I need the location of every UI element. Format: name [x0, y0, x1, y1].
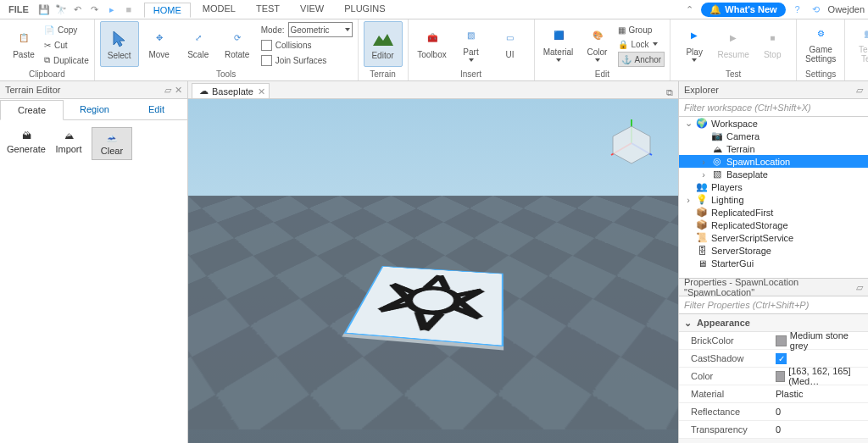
category-appearance[interactable]: ⌄Appearance — [679, 314, 868, 332]
undock-icon[interactable]: ▱ — [164, 85, 171, 96]
binoculars-icon[interactable]: 🔭 — [54, 3, 68, 16]
chevron-down-icon — [653, 42, 658, 46]
clear-tool[interactable]: 🗻Clear — [92, 127, 132, 160]
rotate-button[interactable]: ⟳Rotate — [219, 21, 256, 65]
join-surfaces-checkbox[interactable]: Join Surfaces — [261, 53, 353, 67]
expand-icon[interactable]: › — [684, 195, 693, 205]
play-qat-icon[interactable]: ▸ — [105, 3, 119, 16]
tree-node-serverscriptservice[interactable]: 📜ServerScriptService — [679, 231, 868, 244]
team-test-button[interactable]: 👥Team Test — [850, 21, 868, 65]
tree-node-serverstorage[interactable]: 🗄ServerStorage — [679, 244, 868, 257]
expand-icon[interactable]: › — [699, 157, 708, 167]
explorer-tree[interactable]: ⌄🌍Workspace📷Camera⛰Terrain›◎SpawnLocatio… — [679, 117, 868, 278]
stop-button[interactable]: ■Stop — [754, 21, 791, 65]
tab-create[interactable]: Create — [0, 100, 64, 120]
close-icon[interactable]: ✕ — [175, 85, 182, 96]
tree-node-startergui[interactable]: 🖥StarterGui — [679, 257, 868, 269]
viewport-3d[interactable] — [188, 99, 678, 443]
generate-tool[interactable]: 🏔Generate — [7, 127, 46, 160]
tree-node-replicatedstorage[interactable]: 📦ReplicatedStorage — [679, 219, 868, 231]
insert-group-label: Insert — [414, 69, 529, 80]
copy-icon: 📄 — [44, 25, 54, 35]
move-label: Move — [148, 50, 169, 59]
checkbox-checked-icon[interactable]: ✓ — [776, 353, 787, 364]
move-button[interactable]: ✥Move — [141, 21, 178, 65]
explorer-filter[interactable]: Filter workspace (Ctrl+Shift+X) — [679, 99, 868, 117]
undock-icon[interactable]: ▱ — [856, 85, 863, 96]
property-row-brickcolor[interactable]: BrickColorMedium stone grey — [679, 332, 868, 350]
terrain-editor-button[interactable]: Editor — [364, 21, 403, 67]
tab-test[interactable]: TEST — [248, 2, 288, 17]
username-label[interactable]: Owejden — [828, 4, 865, 14]
file-menu[interactable]: FILE — [3, 3, 34, 16]
category-data[interactable]: ⌄Data — [679, 439, 868, 443]
property-row-castshadow[interactable]: CastShadow✓ — [679, 350, 868, 368]
lock-button[interactable]: 🔒Lock — [618, 37, 665, 51]
property-row-reflectance[interactable]: Reflectance0 — [679, 403, 868, 421]
collapse-ribbon-icon[interactable]: ⌃ — [682, 3, 696, 16]
tree-node-spawnlocation[interactable]: ›◎SpawnLocation — [679, 155, 868, 168]
material-button[interactable]: 🟦Material — [540, 21, 577, 65]
properties-panel: ⌄Appearance BrickColorMedium stone greyC… — [679, 314, 868, 443]
play-button[interactable]: ▶Play — [676, 21, 713, 65]
tree-node-terrain[interactable]: ⛰Terrain — [679, 142, 868, 155]
close-icon[interactable]: ✕ — [258, 86, 265, 97]
doc-tab-baseplate[interactable]: ☁Baseplate✕ — [192, 83, 270, 98]
properties-filter[interactable]: Filter Properties (Ctrl+Shift+P) — [679, 296, 868, 314]
tab-model[interactable]: MODEL — [194, 2, 244, 17]
help-icon[interactable]: ? — [791, 3, 804, 16]
anchor-button[interactable]: ⚓Anchor — [618, 52, 665, 67]
redo-icon[interactable]: ↷ — [88, 3, 102, 16]
ui-button[interactable]: ▭UI — [492, 21, 529, 65]
cut-button[interactable]: ✂Cut — [44, 38, 89, 52]
part-button[interactable]: ▧Part — [453, 21, 490, 65]
collisions-checkbox[interactable]: Collisions — [261, 38, 353, 52]
scale-button[interactable]: ⤢Scale — [180, 21, 217, 65]
toolbox-button[interactable]: 🧰Toolbox — [414, 21, 451, 65]
expand-icon[interactable]: ⌄ — [684, 118, 693, 129]
tab-region[interactable]: Region — [64, 99, 125, 119]
property-row-material[interactable]: MaterialPlastic — [679, 385, 868, 403]
resume-button[interactable]: ▶Resume — [715, 21, 752, 65]
center-pane: ☁Baseplate✕ ⧉ — [188, 81, 678, 443]
property-row-color[interactable]: Color[163, 162, 165] (Med… — [679, 368, 868, 385]
chevron-down-icon — [692, 58, 697, 62]
tree-node-lighting[interactable]: ›💡Lighting — [679, 193, 868, 206]
stop-qat-icon[interactable]: ■ — [122, 3, 136, 16]
duplicate-button[interactable]: ⧉Duplicate — [44, 53, 89, 67]
ui-icon: ▭ — [500, 28, 520, 48]
whats-new-button[interactable]: 🔔What's New — [701, 3, 785, 17]
game-settings-button[interactable]: ⚙Game Settings — [802, 21, 839, 65]
copy-label: Copy — [58, 25, 77, 35]
terrain-editor-title: Terrain Editor ▱ ✕ — [0, 81, 187, 99]
tab-plugins[interactable]: PLUGINS — [336, 2, 393, 17]
checkbox-icon — [261, 40, 272, 51]
property-row-transparency[interactable]: Transparency0 — [679, 421, 868, 439]
copy-button[interactable]: 📄Copy — [44, 23, 89, 36]
share-icon[interactable]: ⟲ — [810, 3, 823, 16]
tab-home[interactable]: HOME — [144, 3, 191, 18]
expand-icon[interactable]: › — [699, 169, 708, 180]
tree-node-workspace[interactable]: ⌄🌍Workspace — [679, 117, 868, 130]
tab-view[interactable]: VIEW — [292, 2, 332, 17]
save-icon[interactable]: 💾 — [37, 3, 51, 16]
terrain-editor-tools: 🏔Generate ⛰Import 🗻Clear — [0, 120, 187, 167]
undo-icon[interactable]: ↶ — [71, 3, 85, 16]
tree-node-replicatedfirst[interactable]: 📦ReplicatedFirst — [679, 206, 868, 219]
import-tool[interactable]: ⛰Import — [49, 127, 88, 160]
group-button[interactable]: ▦Group — [618, 23, 665, 36]
orientation-gizmo[interactable] — [602, 111, 661, 170]
select-button[interactable]: Select — [100, 21, 139, 67]
appearance-label: Appearance — [697, 318, 750, 328]
restore-panels-icon[interactable]: ⧉ — [666, 87, 673, 98]
collisions-label: Collisions — [275, 41, 312, 50]
tree-node-players[interactable]: 👥Players — [679, 180, 868, 193]
color-button[interactable]: 🎨Color — [579, 21, 616, 65]
group-test: ▶Play ▶Resume ■Stop Test — [670, 19, 797, 80]
mode-select[interactable]: Geometric — [288, 22, 353, 37]
paste-button[interactable]: 📋Paste — [5, 21, 42, 65]
tree-node-baseplate[interactable]: ›▧Baseplate — [679, 168, 868, 180]
tab-edit[interactable]: Edit — [125, 99, 187, 119]
undock-icon[interactable]: ▱ — [856, 282, 863, 292]
tree-node-camera[interactable]: 📷Camera — [679, 130, 868, 142]
